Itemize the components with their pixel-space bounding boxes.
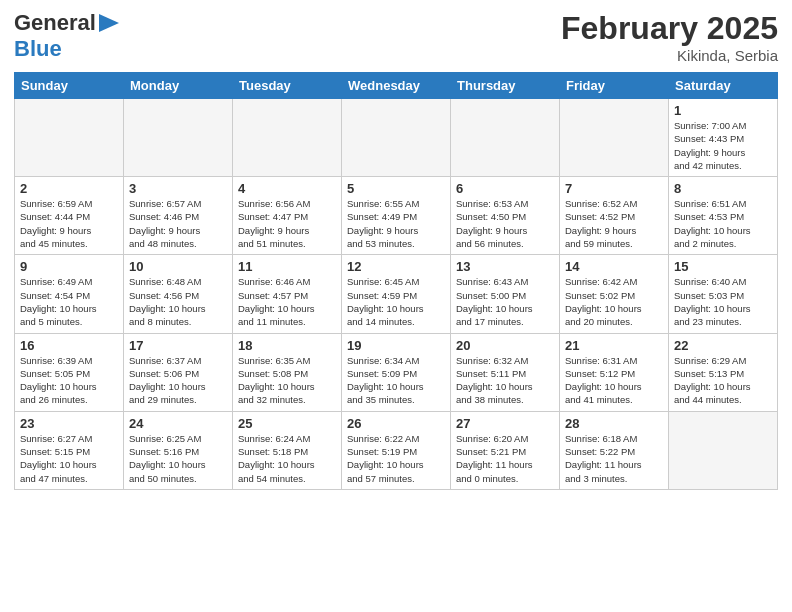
calendar-cell: 15Sunrise: 6:40 AM Sunset: 5:03 PM Dayli… bbox=[669, 255, 778, 333]
calendar-header-saturday: Saturday bbox=[669, 73, 778, 99]
page-container: General Blue February 2025 Kikinda, Serb… bbox=[0, 0, 792, 496]
day-info: Sunrise: 6:56 AM Sunset: 4:47 PM Dayligh… bbox=[238, 197, 336, 250]
day-number: 12 bbox=[347, 259, 445, 274]
calendar-cell bbox=[669, 411, 778, 489]
day-number: 15 bbox=[674, 259, 772, 274]
calendar-cell bbox=[15, 99, 124, 177]
day-info: Sunrise: 6:45 AM Sunset: 4:59 PM Dayligh… bbox=[347, 275, 445, 328]
calendar-cell: 4Sunrise: 6:56 AM Sunset: 4:47 PM Daylig… bbox=[233, 177, 342, 255]
day-number: 10 bbox=[129, 259, 227, 274]
calendar-cell: 25Sunrise: 6:24 AM Sunset: 5:18 PM Dayli… bbox=[233, 411, 342, 489]
title-area: February 2025 Kikinda, Serbia bbox=[561, 10, 778, 64]
day-number: 3 bbox=[129, 181, 227, 196]
day-number: 24 bbox=[129, 416, 227, 431]
calendar-header-sunday: Sunday bbox=[15, 73, 124, 99]
day-info: Sunrise: 6:43 AM Sunset: 5:00 PM Dayligh… bbox=[456, 275, 554, 328]
day-number: 7 bbox=[565, 181, 663, 196]
calendar-header-row: SundayMondayTuesdayWednesdayThursdayFrid… bbox=[15, 73, 778, 99]
calendar-cell: 14Sunrise: 6:42 AM Sunset: 5:02 PM Dayli… bbox=[560, 255, 669, 333]
day-number: 18 bbox=[238, 338, 336, 353]
day-info: Sunrise: 6:51 AM Sunset: 4:53 PM Dayligh… bbox=[674, 197, 772, 250]
calendar-cell bbox=[560, 99, 669, 177]
calendar-cell: 22Sunrise: 6:29 AM Sunset: 5:13 PM Dayli… bbox=[669, 333, 778, 411]
day-info: Sunrise: 6:22 AM Sunset: 5:19 PM Dayligh… bbox=[347, 432, 445, 485]
calendar-header-thursday: Thursday bbox=[451, 73, 560, 99]
day-info: Sunrise: 6:42 AM Sunset: 5:02 PM Dayligh… bbox=[565, 275, 663, 328]
day-number: 20 bbox=[456, 338, 554, 353]
day-info: Sunrise: 6:34 AM Sunset: 5:09 PM Dayligh… bbox=[347, 354, 445, 407]
day-info: Sunrise: 6:40 AM Sunset: 5:03 PM Dayligh… bbox=[674, 275, 772, 328]
day-number: 25 bbox=[238, 416, 336, 431]
day-info: Sunrise: 6:35 AM Sunset: 5:08 PM Dayligh… bbox=[238, 354, 336, 407]
calendar-cell: 5Sunrise: 6:55 AM Sunset: 4:49 PM Daylig… bbox=[342, 177, 451, 255]
calendar-cell: 6Sunrise: 6:53 AM Sunset: 4:50 PM Daylig… bbox=[451, 177, 560, 255]
day-info: Sunrise: 6:25 AM Sunset: 5:16 PM Dayligh… bbox=[129, 432, 227, 485]
calendar-cell bbox=[124, 99, 233, 177]
calendar-week-row: 9Sunrise: 6:49 AM Sunset: 4:54 PM Daylig… bbox=[15, 255, 778, 333]
calendar-cell: 23Sunrise: 6:27 AM Sunset: 5:15 PM Dayli… bbox=[15, 411, 124, 489]
day-number: 6 bbox=[456, 181, 554, 196]
day-number: 2 bbox=[20, 181, 118, 196]
svg-marker-0 bbox=[99, 14, 119, 32]
day-info: Sunrise: 6:37 AM Sunset: 5:06 PM Dayligh… bbox=[129, 354, 227, 407]
day-info: Sunrise: 6:27 AM Sunset: 5:15 PM Dayligh… bbox=[20, 432, 118, 485]
calendar-cell: 26Sunrise: 6:22 AM Sunset: 5:19 PM Dayli… bbox=[342, 411, 451, 489]
logo-arrow-icon bbox=[99, 14, 119, 32]
calendar-cell bbox=[233, 99, 342, 177]
day-info: Sunrise: 6:49 AM Sunset: 4:54 PM Dayligh… bbox=[20, 275, 118, 328]
logo-general: General bbox=[14, 10, 96, 36]
day-number: 28 bbox=[565, 416, 663, 431]
calendar-cell: 3Sunrise: 6:57 AM Sunset: 4:46 PM Daylig… bbox=[124, 177, 233, 255]
calendar-table: SundayMondayTuesdayWednesdayThursdayFrid… bbox=[14, 72, 778, 490]
calendar-header-wednesday: Wednesday bbox=[342, 73, 451, 99]
day-info: Sunrise: 6:55 AM Sunset: 4:49 PM Dayligh… bbox=[347, 197, 445, 250]
day-info: Sunrise: 6:18 AM Sunset: 5:22 PM Dayligh… bbox=[565, 432, 663, 485]
calendar-header-monday: Monday bbox=[124, 73, 233, 99]
logo: General Blue bbox=[14, 10, 119, 62]
day-number: 19 bbox=[347, 338, 445, 353]
day-number: 13 bbox=[456, 259, 554, 274]
day-info: Sunrise: 6:57 AM Sunset: 4:46 PM Dayligh… bbox=[129, 197, 227, 250]
calendar-cell: 2Sunrise: 6:59 AM Sunset: 4:44 PM Daylig… bbox=[15, 177, 124, 255]
calendar-cell: 13Sunrise: 6:43 AM Sunset: 5:00 PM Dayli… bbox=[451, 255, 560, 333]
day-info: Sunrise: 6:46 AM Sunset: 4:57 PM Dayligh… bbox=[238, 275, 336, 328]
day-info: Sunrise: 6:20 AM Sunset: 5:21 PM Dayligh… bbox=[456, 432, 554, 485]
day-number: 27 bbox=[456, 416, 554, 431]
day-number: 9 bbox=[20, 259, 118, 274]
calendar-cell: 21Sunrise: 6:31 AM Sunset: 5:12 PM Dayli… bbox=[560, 333, 669, 411]
logo-blue-text: Blue bbox=[14, 36, 62, 61]
calendar-cell: 18Sunrise: 6:35 AM Sunset: 5:08 PM Dayli… bbox=[233, 333, 342, 411]
calendar-cell: 17Sunrise: 6:37 AM Sunset: 5:06 PM Dayli… bbox=[124, 333, 233, 411]
day-number: 1 bbox=[674, 103, 772, 118]
day-number: 11 bbox=[238, 259, 336, 274]
day-info: Sunrise: 6:48 AM Sunset: 4:56 PM Dayligh… bbox=[129, 275, 227, 328]
day-info: Sunrise: 6:24 AM Sunset: 5:18 PM Dayligh… bbox=[238, 432, 336, 485]
calendar-cell: 19Sunrise: 6:34 AM Sunset: 5:09 PM Dayli… bbox=[342, 333, 451, 411]
day-info: Sunrise: 7:00 AM Sunset: 4:43 PM Dayligh… bbox=[674, 119, 772, 172]
calendar-cell: 7Sunrise: 6:52 AM Sunset: 4:52 PM Daylig… bbox=[560, 177, 669, 255]
day-number: 14 bbox=[565, 259, 663, 274]
calendar-header-tuesday: Tuesday bbox=[233, 73, 342, 99]
calendar-cell: 16Sunrise: 6:39 AM Sunset: 5:05 PM Dayli… bbox=[15, 333, 124, 411]
calendar-cell: 1Sunrise: 7:00 AM Sunset: 4:43 PM Daylig… bbox=[669, 99, 778, 177]
day-info: Sunrise: 6:59 AM Sunset: 4:44 PM Dayligh… bbox=[20, 197, 118, 250]
calendar-week-row: 23Sunrise: 6:27 AM Sunset: 5:15 PM Dayli… bbox=[15, 411, 778, 489]
calendar-cell: 11Sunrise: 6:46 AM Sunset: 4:57 PM Dayli… bbox=[233, 255, 342, 333]
day-number: 5 bbox=[347, 181, 445, 196]
calendar-week-row: 16Sunrise: 6:39 AM Sunset: 5:05 PM Dayli… bbox=[15, 333, 778, 411]
day-number: 16 bbox=[20, 338, 118, 353]
calendar-cell: 27Sunrise: 6:20 AM Sunset: 5:21 PM Dayli… bbox=[451, 411, 560, 489]
calendar-header-friday: Friday bbox=[560, 73, 669, 99]
day-info: Sunrise: 6:52 AM Sunset: 4:52 PM Dayligh… bbox=[565, 197, 663, 250]
calendar-week-row: 1Sunrise: 7:00 AM Sunset: 4:43 PM Daylig… bbox=[15, 99, 778, 177]
day-info: Sunrise: 6:29 AM Sunset: 5:13 PM Dayligh… bbox=[674, 354, 772, 407]
calendar-cell: 8Sunrise: 6:51 AM Sunset: 4:53 PM Daylig… bbox=[669, 177, 778, 255]
header-area: General Blue February 2025 Kikinda, Serb… bbox=[14, 10, 778, 64]
calendar-cell: 20Sunrise: 6:32 AM Sunset: 5:11 PM Dayli… bbox=[451, 333, 560, 411]
calendar-cell: 9Sunrise: 6:49 AM Sunset: 4:54 PM Daylig… bbox=[15, 255, 124, 333]
calendar-cell: 10Sunrise: 6:48 AM Sunset: 4:56 PM Dayli… bbox=[124, 255, 233, 333]
day-info: Sunrise: 6:53 AM Sunset: 4:50 PM Dayligh… bbox=[456, 197, 554, 250]
calendar-week-row: 2Sunrise: 6:59 AM Sunset: 4:44 PM Daylig… bbox=[15, 177, 778, 255]
day-number: 26 bbox=[347, 416, 445, 431]
calendar-cell: 24Sunrise: 6:25 AM Sunset: 5:16 PM Dayli… bbox=[124, 411, 233, 489]
